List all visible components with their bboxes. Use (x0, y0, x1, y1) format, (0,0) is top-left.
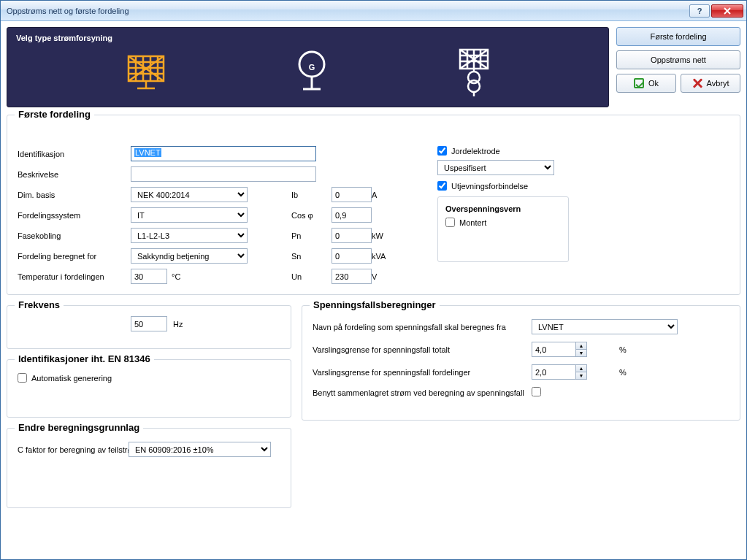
frequency-unit: Hz (173, 320, 183, 329)
first-distribution-button[interactable]: Første fordeling (616, 27, 740, 46)
vd-total-spinner[interactable]: ▲▼ (532, 342, 619, 357)
vd-total-input[interactable] (532, 342, 575, 357)
identification-label: Identifikasjon (18, 150, 131, 158)
side-buttons: Første fordeling Oppstrøms nett Ok Avbry… (616, 27, 740, 93)
vd-coincident-label: Benytt sammenlagret strøm ved beregning … (313, 388, 532, 397)
identification-input[interactable]: LVNET (131, 146, 316, 161)
description-input[interactable] (131, 166, 316, 182)
surge-installed-label: Montert (459, 218, 486, 227)
check-icon (634, 78, 644, 88)
earth-electrode-checkbox[interactable] (437, 146, 447, 156)
sn-label: Sn (291, 252, 332, 261)
identifications-title: Identifikasjoner iht. EN 81346 (15, 353, 154, 364)
close-icon (723, 7, 732, 15)
cfactor-label: C faktor for beregning av feilstrømmer (18, 445, 120, 454)
cos-input[interactable] (332, 207, 372, 223)
cfactor-select[interactable]: EN 60909:2016 ±10% (129, 442, 271, 457)
un-input[interactable] (332, 269, 372, 284)
auto-generation-label: Automatisk generering (31, 374, 112, 383)
transformer-supply-icon[interactable] (456, 48, 492, 96)
surge-protection-title: Overspenningsvern (443, 204, 524, 213)
sn-input[interactable] (332, 248, 372, 264)
vd-from-select[interactable]: LVNET (532, 319, 678, 334)
un-label: Un (291, 272, 332, 281)
temperature-unit: °C (172, 272, 180, 281)
supply-type-title: Velg type strømforsyning (16, 34, 599, 42)
dimbasis-label: Dim. basis (18, 191, 131, 199)
grid-supply-icon[interactable] (124, 52, 168, 93)
calculation-basis-group: Endre beregningsgrunnlag C faktor for be… (7, 428, 291, 508)
vd-dist-spinner[interactable]: ▲▼ (532, 364, 619, 380)
svg-point-5 (468, 80, 480, 92)
temperature-input[interactable] (131, 269, 167, 284)
frequency-title: Frekvens (15, 299, 64, 310)
earth-electrode-type-select[interactable]: Uspesifisert (437, 160, 554, 175)
supply-type-banner: Velg type strømforsyning G (7, 27, 609, 107)
window-title: Oppstrøms nett og første fordeling (7, 7, 689, 15)
phase-label: Fasekobling (18, 231, 131, 240)
auto-generation-checkbox[interactable] (18, 373, 27, 383)
vd-total-unit: % (619, 345, 634, 354)
first-distribution-group: Første fordeling Identifikasjon LVNET Be… (7, 115, 740, 295)
voltage-drop-group: Spenningsfallsberegninger Navn på fordel… (302, 305, 740, 421)
titlebar: Oppstrøms nett og første fordeling ? (1, 1, 746, 21)
cancel-button[interactable]: Avbryt (681, 74, 740, 93)
surge-installed-checkbox[interactable] (445, 218, 455, 227)
voltage-drop-title: Spenningsfallsberegninger (310, 299, 440, 310)
dialog-window: Oppstrøms nett og første fordeling ? Vel… (0, 0, 747, 560)
cos-label: Cos φ (291, 211, 332, 220)
bonding-label: Utjevningsforbindelse (451, 182, 528, 191)
ok-label: Ok (648, 79, 659, 88)
vd-total-label: Varslingsgrense for spenningsfall totalt (313, 345, 532, 354)
intended-label: Fordeling beregnet for (18, 252, 131, 261)
dimbasis-select[interactable]: NEK 400:2014 (131, 187, 248, 202)
identifications-group: Identifikasjoner iht. EN 81346 Automatis… (7, 359, 291, 418)
pn-label: Pn (291, 231, 332, 240)
vd-dist-input[interactable] (532, 364, 575, 380)
frequency-input[interactable] (131, 316, 167, 331)
cancel-label: Avbryt (707, 79, 729, 88)
chevron-up-icon[interactable]: ▲ (576, 342, 586, 350)
ib-unit: A (372, 191, 394, 199)
system-select[interactable]: IT (131, 207, 248, 223)
earth-electrode-label: Jordelektrode (451, 147, 500, 156)
surge-protection-group: Overspenningsvern Montert (437, 196, 569, 262)
help-button[interactable]: ? (689, 4, 710, 18)
temperature-label: Temperatur i fordelingen (18, 272, 131, 281)
upstream-network-button[interactable]: Oppstrøms nett (616, 50, 740, 69)
phase-select[interactable]: L1-L2-L3 (131, 228, 248, 243)
un-unit: V (372, 272, 394, 281)
chevron-down-icon[interactable]: ▼ (576, 372, 586, 379)
vd-dist-label: Varslingsgrense for spenningsfall fordel… (313, 368, 532, 377)
generator-supply-icon[interactable]: G (296, 50, 328, 95)
system-label: Fordelingssystem (18, 211, 131, 220)
ok-button[interactable]: Ok (616, 74, 676, 93)
svg-text:G: G (308, 63, 315, 72)
chevron-up-icon[interactable]: ▲ (576, 365, 586, 372)
intended-select[interactable]: Sakkyndig betjening (131, 248, 248, 264)
sn-unit: kVA (372, 252, 394, 261)
pn-input[interactable] (332, 228, 372, 243)
window-controls: ? (689, 4, 743, 18)
identification-value: LVNET (134, 148, 161, 157)
frequency-group: Frekvens Hz (7, 305, 291, 349)
ib-label: Ib (291, 191, 332, 199)
pn-unit: kW (372, 231, 394, 240)
first-distribution-title: Første fordeling (15, 109, 94, 120)
vd-from-label: Navn på fordeling som spenningsfall skal… (313, 323, 532, 331)
vd-dist-unit: % (619, 368, 634, 377)
description-label: Beskrivelse (18, 170, 131, 179)
vd-coincident-checkbox[interactable] (532, 387, 541, 396)
ib-input[interactable] (332, 187, 372, 202)
calculation-basis-title: Endre beregningsgrunnlag (15, 422, 143, 433)
bonding-checkbox[interactable] (437, 181, 447, 191)
cancel-x-icon (692, 78, 702, 88)
chevron-down-icon[interactable]: ▼ (576, 350, 586, 356)
dialog-content: Velg type strømforsyning G (1, 21, 746, 559)
close-button[interactable] (711, 4, 743, 18)
